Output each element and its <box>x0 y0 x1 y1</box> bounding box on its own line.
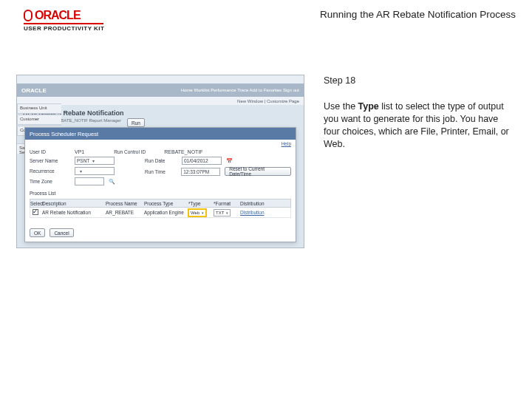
lookup-icon[interactable]: 🔍 <box>109 179 115 185</box>
instruction-column: Step 18 Use the Type list to select the … <box>324 75 516 248</box>
lbl-runctl: Run Control ID <box>114 149 160 154</box>
ok-button[interactable]: OK <box>30 228 45 237</box>
oracle-wordmark: ORACLE <box>35 9 81 22</box>
brandbar-logo: ORACLE <box>21 87 47 94</box>
oracle-o-icon <box>24 10 33 21</box>
body-row: ORACLE Home Worklist Performance Trace A… <box>0 36 532 248</box>
row-distribution-link[interactable]: Distribution <box>240 210 290 215</box>
row-recurrence: Recurrence <box>30 167 115 175</box>
rundate-value: 01/04/2012 <box>184 158 208 163</box>
col-select: Select <box>30 201 41 206</box>
page-root: ORACLE USER PRODUCTIVITY KIT Running the… <box>0 0 532 399</box>
doc-title: Running the AR Rebate Notification Proce… <box>320 9 516 20</box>
oracle-logo-block: ORACLE USER PRODUCTIVITY KIT <box>24 9 104 32</box>
format-select[interactable]: TXT <box>214 209 231 216</box>
row-select-checkbox[interactable] <box>33 209 38 215</box>
brandbar-links[interactable]: Home Worklist Performance Trace Add to F… <box>181 88 299 92</box>
screenshot-column: ORACLE Home Worklist Performance Trace A… <box>16 75 304 248</box>
modal-sched-right: Run Date 01/04/2012 📅 Run Time 12:33:07P… <box>145 157 291 188</box>
modal-title: Process Scheduler Request <box>30 131 98 137</box>
format-select-value: TXT <box>216 211 224 215</box>
row-timezone: Time Zone 🔍 <box>30 177 115 185</box>
server-select[interactable]: PSNT <box>75 157 115 165</box>
row-process-name: AR_REBATE <box>106 210 144 215</box>
step-label: Step 18 <box>324 75 516 87</box>
type-select-value: Web <box>191 211 200 215</box>
modal-top-grid: User ID VP1 Run Control ID REBATE_NOTIF <box>30 149 291 157</box>
tab-business-unit[interactable]: Business Unit <box>17 103 61 114</box>
modal-sched-grid: Server Name PSNT Recurrence Time Zone <box>30 157 291 188</box>
val-userid: VP1 <box>75 149 84 154</box>
val-runctl: REBATE_NOTIF <box>164 149 202 154</box>
browser-menubar <box>17 75 304 83</box>
lbl-recurrence: Recurrence <box>30 168 70 174</box>
app-brandbar: ORACLE Home Worklist Performance Trace A… <box>17 83 304 97</box>
process-list-header: Select Description Process Name Process … <box>30 199 291 208</box>
process-list-row: AR Rebate Notification AR_REBATE Applica… <box>30 208 291 218</box>
timezone-input[interactable] <box>75 177 104 185</box>
reset-datetime-button[interactable]: Reset to Current Date/Time <box>225 167 291 176</box>
row-process-type: Application Engine <box>144 210 188 215</box>
modal-titlebar: Process Scheduler Request <box>25 128 296 140</box>
modal-top-left: User ID VP1 <box>30 149 84 157</box>
lbl-timezone: Time Zone <box>30 179 70 184</box>
modal-top-right: Run Control ID REBATE_NOTIF <box>114 149 202 157</box>
runtime-input[interactable]: 12:33:07PM <box>181 168 220 176</box>
row-format-cell: TXT <box>214 209 240 216</box>
col-description: Description <box>41 201 106 206</box>
row-rundate: Run Date 01/04/2012 📅 <box>145 157 291 165</box>
row-server: Server Name PSNT <box>30 157 115 165</box>
calendar-icon[interactable]: 📅 <box>226 158 233 164</box>
col-format: *Format <box>214 201 240 206</box>
lbl-runtime: Run Time <box>145 169 177 174</box>
row-type-cell: Web <box>188 209 214 216</box>
instruction-pre: Use the <box>324 101 358 112</box>
modal-body: User ID VP1 Run Control ID REBATE_NOTIF <box>25 146 296 224</box>
process-scheduler-modal: Process Scheduler Request Help User ID V… <box>24 127 296 242</box>
rundate-input[interactable]: 01/04/2012 <box>182 157 222 165</box>
logo-subtitle: USER PRODUCTIVITY KIT <box>24 25 104 32</box>
cancel-button[interactable]: Cancel <box>50 228 73 237</box>
row-select-cell <box>30 209 41 216</box>
modal-help-link[interactable]: Help <box>25 140 296 146</box>
server-select-value: PSNT <box>77 158 89 163</box>
oracle-logo: ORACLE <box>24 9 81 22</box>
instruction-body: Use the Type list to select the type of … <box>324 100 516 151</box>
run-button[interactable]: Run <box>127 118 145 127</box>
col-distribution: Distribution <box>240 201 290 206</box>
recurrence-select[interactable] <box>75 167 115 175</box>
menubar-text <box>20 77 21 82</box>
instruction-bold: Type <box>358 101 379 112</box>
row-runtime: Run Time 12:33:07PM Reset to Current Dat… <box>145 167 291 176</box>
logo-divider <box>24 23 103 24</box>
app-screenshot: ORACLE Home Worklist Performance Trace A… <box>16 75 304 248</box>
col-type: *Type <box>188 201 214 206</box>
row-description: AR Rebate Notification <box>41 210 106 215</box>
lbl-server: Server Name <box>30 158 70 163</box>
modal-actions: OK Cancel <box>25 224 296 242</box>
runtime-value: 12:33:07PM <box>183 169 209 174</box>
page-toolbar-links[interactable]: New Window | Customize Page <box>237 99 299 103</box>
lbl-userid: User ID <box>30 149 70 154</box>
doc-header: ORACLE USER PRODUCTIVITY KIT Running the… <box>0 0 532 36</box>
row-userid: User ID VP1 <box>30 149 84 154</box>
lbl-rundate: Run Date <box>145 158 177 163</box>
col-process-type: Process Type <box>144 201 188 206</box>
col-process-name: Process Name <box>106 201 144 206</box>
modal-sched-left: Server Name PSNT Recurrence Time Zone <box>30 157 115 188</box>
process-list-label: Process List <box>30 191 291 196</box>
type-select[interactable]: Web <box>188 209 206 216</box>
row-runctl: Run Control ID REBATE_NOTIF <box>114 149 202 154</box>
tab-customer[interactable]: Customer <box>17 115 61 125</box>
